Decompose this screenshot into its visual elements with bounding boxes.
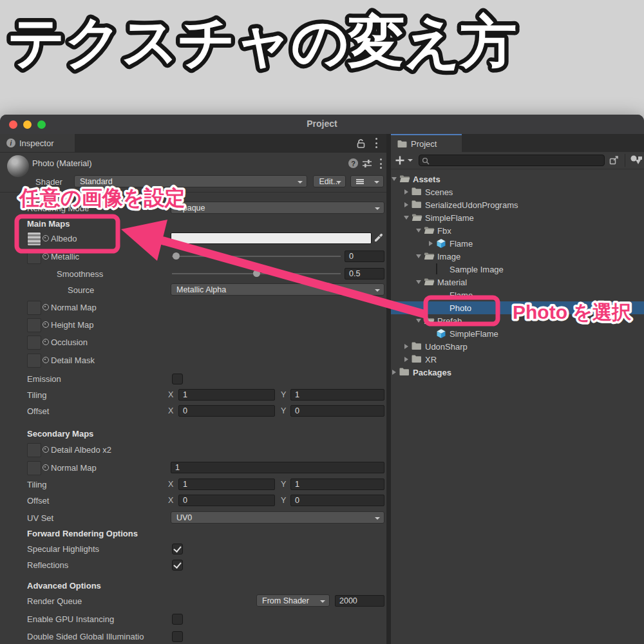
tree-item-packages[interactable]: Packages	[391, 366, 644, 379]
albedo-texture-thumbnail[interactable]	[27, 232, 41, 246]
emission-label: Emission	[27, 374, 61, 384]
shader-dropdown[interactable]: Standard	[74, 175, 307, 187]
tree-item-material[interactable]: Material	[391, 276, 644, 289]
eyedropper-icon[interactable]	[374, 232, 384, 243]
offset-row: Offset X 0 Y 0	[0, 404, 386, 417]
help-icon[interactable]: ?	[348, 158, 358, 168]
detail-albedo-texture-thumbnail[interactable]	[27, 443, 41, 457]
metallic-value-field[interactable]: 0	[345, 251, 384, 262]
metallic-object-picker-icon[interactable]	[43, 253, 49, 260]
height-map-row: Height Map	[0, 318, 386, 331]
height-map-texture-thumbnail[interactable]	[27, 318, 41, 332]
foldout-closed-icon[interactable]	[429, 241, 433, 246]
tab-inspector[interactable]: i Inspector	[0, 134, 75, 152]
tree-item-serializedudonprograms[interactable]: SerializedUdonPrograms	[391, 198, 644, 211]
filter-icon[interactable]	[629, 154, 644, 167]
material-preview-sphere[interactable]	[7, 155, 29, 177]
foldout-closed-icon[interactable]	[404, 344, 408, 349]
gpu-instancing-row: Enable GPU Instancing	[0, 612, 386, 625]
offset-2-y-field[interactable]: 0	[290, 495, 384, 506]
metallic-slider[interactable]	[172, 250, 341, 263]
normal-map-texture-thumbnail[interactable]	[27, 301, 41, 315]
detail-albedo-object-picker-icon[interactable]	[43, 446, 49, 453]
foldout-open-icon[interactable]	[416, 280, 421, 284]
tree-item-xr[interactable]: XR	[391, 353, 644, 366]
shader-list-button[interactable]	[350, 175, 384, 187]
render-queue-field[interactable]: 2000	[335, 595, 384, 607]
tiling-y-field[interactable]: 1	[290, 389, 384, 401]
lock-icon[interactable]	[355, 138, 367, 149]
tree-item-assets[interactable]: Assets	[391, 173, 644, 185]
tree-item-flame-fbx[interactable]: Flame	[391, 237, 644, 250]
foldout-closed-icon[interactable]	[404, 202, 408, 207]
detail-mask-texture-thumbnail[interactable]	[27, 354, 41, 368]
height-map-object-picker-icon[interactable]	[43, 321, 49, 328]
tree-item-photo[interactable]: Photo	[391, 301, 644, 314]
inspector-menu-icon[interactable]	[375, 138, 377, 148]
foldout-open-icon[interactable]	[416, 254, 421, 258]
double-sided-gi-checkbox[interactable]	[172, 631, 183, 642]
uv-set-dropdown[interactable]: UV0	[171, 511, 384, 524]
source-dropdown[interactable]: Metallic Alpha	[171, 283, 384, 296]
reflections-checkbox[interactable]	[172, 560, 183, 571]
occlusion-texture-thumbnail[interactable]	[27, 336, 41, 350]
occlusion-object-picker-icon[interactable]	[43, 339, 49, 345]
tree-item-label: Image	[437, 252, 460, 261]
normal-map-object-picker-icon[interactable]	[43, 304, 49, 310]
foldout-closed-icon[interactable]	[404, 189, 408, 194]
tree-item-prefab[interactable]: Prefab	[391, 314, 644, 327]
foldout-closed-icon[interactable]	[392, 370, 396, 375]
offset-x-field[interactable]: 0	[178, 405, 275, 417]
add-dropdown-caret-icon[interactable]	[408, 159, 413, 164]
tiling-2-y-label: Y	[281, 480, 286, 489]
panel-divider[interactable]	[386, 134, 391, 644]
detail-mask-object-picker-icon[interactable]	[43, 357, 49, 363]
foldout-open-icon[interactable]	[404, 216, 409, 220]
foldout-open-icon[interactable]	[416, 319, 421, 323]
tiling-x-field[interactable]: 1	[178, 389, 275, 401]
foldout-open-icon[interactable]	[416, 229, 421, 232]
rendering-mode-label: Rendering Mode	[27, 204, 89, 213]
gpu-instancing-checkbox[interactable]	[172, 614, 183, 625]
tree-item-flame-material[interactable]: Flame	[391, 289, 644, 301]
tree-item-scenes[interactable]: Scenes	[391, 185, 644, 198]
headline-overlay: テクスチャの変え方	[0, 0, 644, 90]
normal-map-2-object-picker-icon[interactable]	[43, 464, 49, 471]
normal-map-2-texture-thumbnail[interactable]	[27, 461, 41, 475]
foldout-closed-icon[interactable]	[404, 357, 408, 362]
albedo-label: Albedo	[51, 234, 77, 243]
shader-label: Shader	[35, 177, 62, 187]
smoothness-value-field[interactable]: 0.5	[345, 268, 384, 279]
shader-edit-button[interactable]: Edit...	[313, 175, 346, 187]
tiling-2-x-field[interactable]: 1	[178, 478, 275, 490]
tree-item-label: Packages	[413, 368, 451, 377]
add-icon[interactable]	[395, 155, 405, 166]
foldout-open-icon[interactable]	[392, 177, 397, 181]
tree-item-label: Sample Image	[450, 265, 504, 274]
normal-map-2-field[interactable]: 1	[171, 462, 384, 473]
render-queue-dropdown[interactable]: From Shader	[256, 594, 330, 607]
search-input[interactable]	[419, 155, 605, 166]
offset-2-row: Offset X 0 Y 0	[0, 494, 386, 507]
rendering-mode-dropdown[interactable]: Opaque	[171, 202, 384, 214]
material-menu-icon[interactable]	[379, 158, 382, 169]
smoothness-slider[interactable]	[172, 267, 341, 280]
tree-item-image[interactable]: Image	[391, 250, 644, 263]
presets-icon[interactable]	[362, 158, 372, 169]
tree-item-simpleflame-prefab[interactable]: SimpleFlame	[391, 327, 644, 340]
tiling-2-y-field[interactable]: 1	[290, 478, 384, 490]
open-in-new-icon[interactable]	[609, 155, 620, 166]
offset-y-field[interactable]: 0	[290, 405, 384, 417]
emission-checkbox[interactable]	[172, 374, 183, 384]
specular-highlights-checkbox[interactable]	[172, 544, 183, 554]
albedo-object-picker-icon[interactable]	[43, 235, 49, 242]
tab-project[interactable]: Project	[391, 134, 462, 152]
tree-item-simpleflame-folder[interactable]: SimpleFlame	[391, 211, 644, 224]
offset-2-x-field[interactable]: 0	[178, 495, 275, 506]
material-header: Photo (Material) ?	[0, 153, 386, 174]
metallic-texture-thumbnail[interactable]	[27, 250, 41, 264]
albedo-color-swatch[interactable]	[171, 232, 372, 244]
tree-item-sample-image[interactable]: Sample Image	[391, 263, 644, 276]
tree-item-udonsharp[interactable]: UdonSharp	[391, 340, 644, 353]
tree-item-fbx[interactable]: Fbx	[391, 224, 644, 237]
